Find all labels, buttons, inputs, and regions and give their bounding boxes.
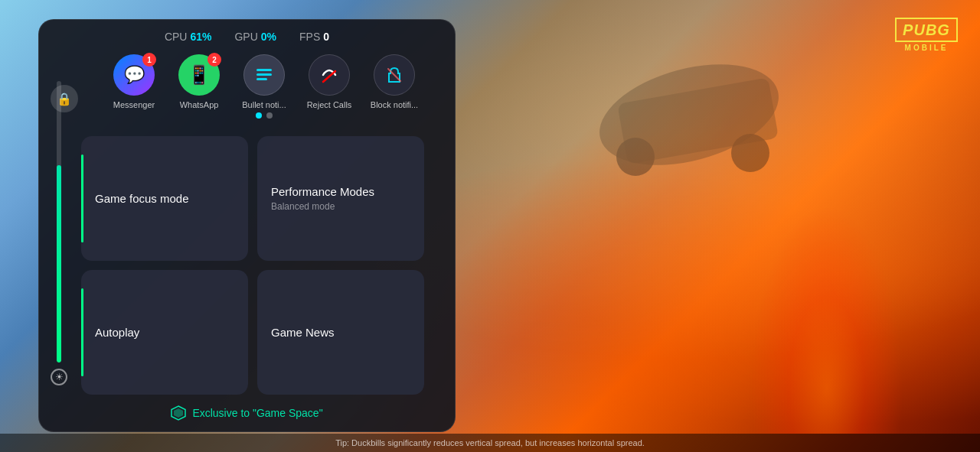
performance-modes-title: Performance Modes	[271, 185, 374, 198]
fps-stat: FPS 0	[299, 31, 329, 43]
dot-0[interactable]	[256, 112, 262, 119]
messenger-badge: 1	[142, 53, 156, 67]
app-item-whatsapp[interactable]: 📱 2 WhatsApp	[175, 54, 224, 109]
whatsapp-badge: 2	[207, 53, 221, 67]
bullet-icon[interactable]	[243, 54, 285, 96]
cpu-value: 61%	[190, 31, 211, 43]
stats-bar: CPU 61% GPU 0% FPS 0	[39, 20, 455, 50]
reject-calls-icon[interactable]	[309, 54, 350, 96]
autoplay-title: Autoplay	[95, 326, 139, 339]
game-focus-button[interactable]: Game focus mode	[81, 136, 248, 261]
svg-rect-4	[256, 69, 272, 71]
block-svg	[384, 65, 404, 85]
reject-svg	[318, 64, 340, 86]
svg-point-3	[731, 134, 769, 172]
whatsapp-label: WhatsApp	[180, 100, 219, 109]
messenger-label: Messenger	[113, 100, 155, 109]
dot-1[interactable]	[266, 112, 273, 119]
whatsapp-icon[interactable]: 📱 2	[178, 54, 220, 96]
block-label: Block notifi...	[371, 100, 418, 109]
overlay-panel: CPU 61% GPU 0% FPS 0 🔒 ☀ 💬 1	[38, 19, 456, 432]
autoplay-button[interactable]: Autoplay	[81, 270, 248, 395]
gamespace-icon	[171, 405, 186, 421]
pubg-logo-subtitle: MOBILE	[905, 44, 949, 52]
game-news-title: Game News	[271, 326, 335, 339]
fps-value: 0	[323, 31, 329, 43]
cpu-label: CPU	[165, 31, 188, 43]
gpu-label: GPU	[234, 31, 257, 43]
gpu-value: 0%	[261, 31, 276, 43]
svg-marker-10	[174, 408, 183, 418]
game-news-button[interactable]: Game News	[257, 270, 424, 395]
performance-modes-subtitle: Balanced mode	[271, 201, 335, 212]
bullet-label: Bullet noti...	[242, 100, 286, 109]
exclusive-text: Exclusive to "Game Space"	[192, 407, 322, 419]
apps-row: 💬 1 Messenger 📱 2 WhatsApp	[109, 54, 420, 109]
page-dots	[256, 112, 273, 119]
svg-point-2	[616, 138, 655, 176]
svg-rect-6	[256, 78, 267, 80]
brightness-slider[interactable]: ☀	[54, 81, 64, 385]
tip-bar: Tip: Duckbills significantly reduces ver…	[0, 434, 980, 452]
messenger-icon[interactable]: 💬 1	[113, 54, 155, 96]
bullet-svg	[254, 65, 274, 85]
tip-text: Tip: Duckbills significantly reduces ver…	[335, 438, 645, 447]
gpu-stat: GPU 0%	[234, 31, 276, 43]
brightness-icon: ☀	[51, 369, 67, 385]
exclusive-bar: Exclusive to "Game Space"	[39, 395, 455, 431]
svg-rect-5	[256, 73, 272, 76]
app-item-bullet[interactable]: Bullet noti...	[240, 54, 289, 109]
fps-label: FPS	[299, 31, 320, 43]
performance-modes-button[interactable]: Performance Modes Balanced mode	[257, 136, 424, 261]
app-item-reject-calls[interactable]: Reject Calls	[305, 54, 354, 109]
pubg-logo-box: PUBG	[895, 18, 958, 42]
pubg-logo: PUBG MOBILE	[888, 11, 965, 57]
slider-fill	[57, 165, 61, 363]
slider-track	[57, 81, 61, 363]
app-item-messenger[interactable]: 💬 1 Messenger	[109, 54, 159, 109]
cpu-stat: CPU 61%	[165, 31, 212, 43]
actions-grid: Game focus mode Performance Modes Balanc…	[81, 136, 424, 395]
app-item-block[interactable]: Block notifi...	[370, 54, 420, 109]
game-focus-title: Game focus mode	[95, 192, 189, 205]
apps-section: 💬 1 Messenger 📱 2 WhatsApp	[74, 50, 455, 132]
reject-calls-label: Reject Calls	[307, 100, 352, 109]
block-icon[interactable]	[374, 54, 415, 96]
